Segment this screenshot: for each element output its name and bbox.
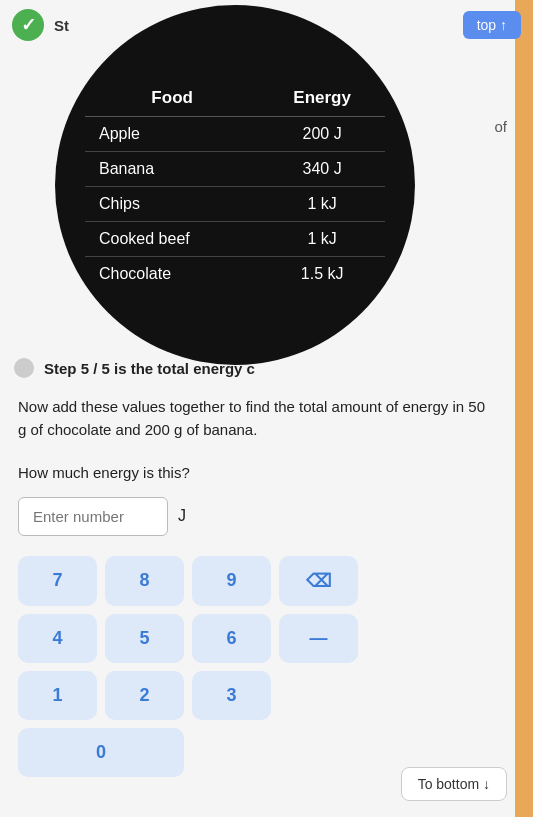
digit-0-button[interactable]: 0 xyxy=(18,728,184,777)
digit-1-button[interactable]: 1 xyxy=(18,671,97,720)
circle-container: Food Energy Apple200 JBanana340 JChips1 … xyxy=(0,0,470,370)
bottom-button[interactable]: To bottom ↓ xyxy=(401,767,507,801)
digit-2-button[interactable]: 2 xyxy=(105,671,184,720)
energy-cell: 200 J xyxy=(259,116,385,151)
question: How much energy is this? xyxy=(18,464,497,481)
digit-3-button[interactable]: 3 xyxy=(192,671,271,720)
top-button[interactable]: top ↑ xyxy=(463,11,521,39)
food-cell: Chocolate xyxy=(85,256,259,291)
energy-cell: 340 J xyxy=(259,151,385,186)
food-cell: Chips xyxy=(85,186,259,221)
step-circle xyxy=(14,358,34,378)
main-content: Now add these values together to find th… xyxy=(0,395,515,777)
of-label: of xyxy=(494,118,507,135)
top-bar: ✓ St top ↑ xyxy=(0,0,533,50)
food-cell: Banana xyxy=(85,151,259,186)
description: Now add these values together to find th… xyxy=(18,395,497,442)
energy-cell: 1 kJ xyxy=(259,221,385,256)
step-text: Step 5 / 5 is the total energy c xyxy=(44,360,255,377)
step-label: St xyxy=(54,17,69,34)
input-row: J xyxy=(18,497,497,536)
col-energy: Energy xyxy=(259,80,385,117)
keypad: 789⌫456—1230 xyxy=(18,556,358,777)
digit-8-button[interactable]: 8 xyxy=(105,556,184,606)
right-strip xyxy=(515,0,533,817)
digit-9-button[interactable]: 9 xyxy=(192,556,271,606)
digit-4-button[interactable]: 4 xyxy=(18,614,97,663)
food-table: Food Energy Apple200 JBanana340 JChips1 … xyxy=(85,80,385,291)
table-row: Chocolate1.5 kJ xyxy=(85,256,385,291)
step-row: Step 5 / 5 is the total energy c xyxy=(0,358,515,378)
unit-label: J xyxy=(178,507,186,525)
energy-cell: 1.5 kJ xyxy=(259,256,385,291)
digit-6-button[interactable]: 6 xyxy=(192,614,271,663)
table-row: Banana340 J xyxy=(85,151,385,186)
backspace-button[interactable]: ⌫ xyxy=(279,556,358,606)
digit-5-button[interactable]: 5 xyxy=(105,614,184,663)
table-row: Chips1 kJ xyxy=(85,186,385,221)
energy-cell: 1 kJ xyxy=(259,186,385,221)
table-row: Cooked beef1 kJ xyxy=(85,221,385,256)
number-input[interactable] xyxy=(18,497,168,536)
food-table-circle: Food Energy Apple200 JBanana340 JChips1 … xyxy=(55,5,415,365)
digit-7-button[interactable]: 7 xyxy=(18,556,97,606)
food-cell: Cooked beef xyxy=(85,221,259,256)
status-icon: ✓ xyxy=(12,9,44,41)
food-cell: Apple xyxy=(85,116,259,151)
minus-button[interactable]: — xyxy=(279,614,358,663)
table-row: Apple200 J xyxy=(85,116,385,151)
col-food: Food xyxy=(85,80,259,117)
